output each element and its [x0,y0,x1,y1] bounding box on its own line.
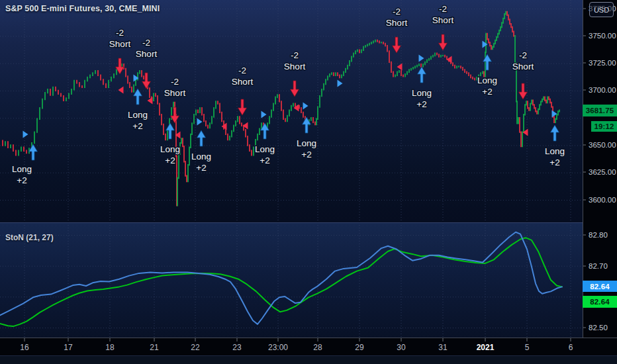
currency-button[interactable]: USD [589,2,614,17]
long-marker-label: Long [477,75,497,85]
sell-triangle-icon [397,64,403,71]
time-tick-label: 23:00 [268,343,288,352]
short-marker-label: Short [109,39,131,49]
long-arrow-icon [197,130,206,146]
short-marker-label: Short [232,77,254,87]
long-marker-label: Long [545,146,565,156]
sell-triangle-icon [294,105,299,112]
long-arrow-icon [29,144,38,160]
short-arrow-icon [291,81,299,97]
short-marker-label: -2 [393,7,401,17]
bar-countdown-badge: 19:12 [591,121,617,132]
long-marker-label: Long [412,88,432,98]
short-marker-label: -2 [116,28,124,38]
time-tick-label: 16 [20,343,29,352]
long-marker-label: +2 [416,99,426,109]
buy-triangle-icon [338,80,343,87]
time-tick-label: 5 [525,343,530,352]
time-tick-label: 21 [150,343,159,352]
symbol-title: S&P 500 E-mini Futures, 30, CME_MINI [5,4,160,13]
short-marker-label: Short [386,18,408,28]
short-marker-label: -2 [439,4,447,14]
indicator-title: StoN (21, 27) [5,233,54,242]
long-marker-label: Long [191,152,211,161]
time-tick-label: 30 [397,343,406,352]
stoch-green-value-badge: 82.64 [583,296,617,308]
short-arrow-icon [238,99,247,115]
short-marker-label: -2 [171,77,179,87]
short-arrow-icon [519,83,528,99]
short-marker-label: Short [284,62,306,71]
long-marker-label: Long [12,164,32,174]
long-marker-label: +2 [132,121,142,131]
price-tick-label: 82.70 [589,262,608,270]
long-marker-label: +2 [260,156,269,165]
short-marker-label: Short [136,49,158,59]
stoch-blue-value-badge: 82.64 [583,281,617,292]
short-marker-label: -2 [238,66,246,75]
short-marker-label: -2 [291,50,299,60]
time-tick-label: 29 [355,343,364,352]
price-tick-label: 82.80 [589,231,608,239]
long-marker-label: Long [160,144,180,154]
price-tick-label: 3625.00 [589,168,616,176]
time-tick-label: 2021 [477,343,495,352]
long-marker-label: +2 [482,87,492,97]
time-tick-label: 23 [232,343,242,352]
stoch-blue-line [0,232,562,324]
long-marker-label: Long [255,144,275,154]
time-tick-label: 18 [105,343,115,352]
buy-triangle-icon [303,103,308,110]
stoch-green-line [0,238,562,326]
buy-triangle-icon [23,131,28,138]
buy-triangle-icon [261,111,267,118]
price-tick-label: 3600.00 [589,196,616,204]
time-tick-label: 28 [313,343,322,352]
chart-canvas[interactable]: -2Short-2Short-2Short-2Short-2Short-2Sho… [0,0,617,364]
long-marker-label: +2 [549,158,559,167]
time-tick-label: 17 [64,343,73,352]
long-marker-label: +2 [17,175,26,185]
long-marker-label: +2 [196,163,206,173]
short-marker-label: -2 [519,50,527,60]
long-marker-label: +2 [301,150,311,159]
buy-triangle-icon [483,41,488,48]
long-marker-label: Long [128,110,148,120]
price-tick-label: 3725.00 [589,59,616,67]
time-tick-label: 31 [438,343,448,352]
long-arrow-icon [483,54,492,70]
price-tick-label: 3650.00 [589,141,616,149]
long-arrow-icon [418,67,426,83]
price-tick-label: 3700.00 [589,86,616,94]
buy-triangle-icon [419,55,424,62]
last-price-badge: 3681.75 [583,105,617,116]
short-marker-label: -2 [142,38,150,48]
buy-triangle-icon [197,118,203,126]
short-arrow-icon [439,34,448,50]
long-marker-label: +2 [165,156,175,165]
long-arrow-icon [551,125,559,141]
sell-triangle-icon [119,87,124,94]
short-marker-label: Short [164,88,186,98]
sell-triangle-icon [148,97,153,105]
time-tick-label: 22 [191,343,200,352]
short-arrow-icon [142,73,151,89]
long-marker-label: Long [297,138,316,148]
short-marker-label: Short [432,15,454,25]
short-arrow-icon [393,37,401,53]
time-tick-label: 6 [569,343,573,352]
price-tick-label: 3750.00 [589,32,616,40]
short-marker-label: Short [512,62,534,71]
trading-chart-window: -2Short-2Short-2Short-2Short-2Short-2Sho… [0,0,617,364]
price-tick-label: 82.50 [589,324,608,332]
